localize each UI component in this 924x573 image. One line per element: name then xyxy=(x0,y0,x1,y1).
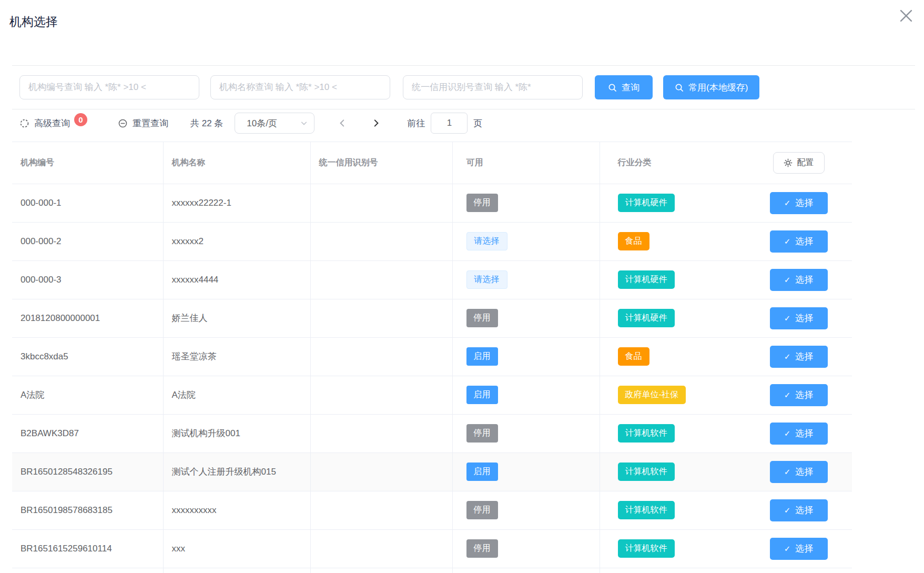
industry-tag: 计算机软件 xyxy=(618,501,675,519)
credit-id-cell xyxy=(310,299,452,337)
query-button-label: 查询 xyxy=(622,82,639,94)
table-row: 3kbcc8xda5 瑶圣堂凉茶 启用 食品 ✓ 选择 xyxy=(12,337,852,376)
next-page-button[interactable] xyxy=(371,118,381,128)
favorite-cache-button[interactable]: 常用(本地缓存) xyxy=(663,75,759,99)
available-cell: 启用 xyxy=(452,376,600,414)
search-icon xyxy=(608,83,617,92)
available-cell: 请选择 xyxy=(452,260,600,299)
industry-tag: 计算机软件 xyxy=(618,539,675,558)
close-button[interactable] xyxy=(896,5,917,26)
status-tag[interactable]: 停用 xyxy=(466,309,498,327)
available-cell: 停用 xyxy=(452,299,600,337)
action-cell: ✓ 选择 xyxy=(745,453,852,491)
select-button[interactable]: ✓ 选择 xyxy=(770,423,828,445)
select-button[interactable]: ✓ 选择 xyxy=(770,384,828,406)
select-button[interactable]: ✓ 选择 xyxy=(770,307,828,329)
goto-page-input[interactable] xyxy=(431,113,468,134)
status-tag[interactable]: 停用 xyxy=(466,424,498,443)
action-cell: ✓ 选择 xyxy=(745,299,852,337)
page-size-value: 10条/页 xyxy=(247,117,277,129)
status-tag[interactable]: 停用 xyxy=(466,194,498,212)
check-icon: ✓ xyxy=(784,314,791,323)
check-icon: ✓ xyxy=(784,198,791,208)
check-icon: ✓ xyxy=(784,429,791,438)
available-cell: 停用 xyxy=(452,491,600,529)
status-tag[interactable]: 请选择 xyxy=(466,232,507,250)
query-button[interactable]: 查询 xyxy=(595,75,653,99)
credit-id-cell xyxy=(310,260,452,299)
reset-query-label: 重置查询 xyxy=(133,117,168,129)
select-button-label: 选择 xyxy=(795,235,813,247)
credit-id-cell xyxy=(310,184,452,222)
toolbar: 高级查询 0 重置查询 共 22 条 10条/页 xyxy=(12,112,915,135)
industry-tag: 计算机硬件 xyxy=(618,194,675,212)
credit-id-cell xyxy=(310,337,452,376)
status-tag[interactable]: 启用 xyxy=(466,386,498,404)
industry-tag: 计算机软件 xyxy=(618,463,675,481)
org-name-cell: xxxxxxxxxx xyxy=(163,491,310,529)
status-tag[interactable]: 启用 xyxy=(466,463,498,481)
status-tag[interactable]: 启用 xyxy=(466,347,498,366)
credit-id-cell xyxy=(310,376,452,414)
chevron-right-icon xyxy=(371,118,381,128)
select-button[interactable]: ✓ 选择 xyxy=(770,192,828,214)
org-code-cell: A法院 xyxy=(12,376,163,414)
table-row: 2018120800000001 娇兰佳人 停用 计算机硬件 ✓ 选择 xyxy=(12,299,852,337)
page-unit-label: 页 xyxy=(473,117,482,129)
org-code-cell: B2BAWK3D87 xyxy=(12,414,163,453)
config-button[interactable]: 配置 xyxy=(773,152,825,174)
table-body: 000-000-1 xxxxxx22222-1 停用 计算机硬件 ✓ 选择 00… xyxy=(12,184,852,568)
status-tag[interactable]: 停用 xyxy=(466,501,498,519)
available-cell: 停用 xyxy=(452,414,600,453)
action-cell: ✓ 选择 xyxy=(745,184,852,222)
industry-tag: 食品 xyxy=(618,232,649,250)
status-tag[interactable]: 停用 xyxy=(466,539,498,558)
available-cell: 请选择 xyxy=(452,222,600,260)
header-industry: 行业分类 xyxy=(600,142,745,184)
industry-tag: 计算机软件 xyxy=(618,424,675,443)
select-button[interactable]: ✓ 选择 xyxy=(770,346,828,368)
select-button-label: 选择 xyxy=(795,504,813,516)
select-button[interactable]: ✓ 选择 xyxy=(770,461,828,483)
select-button-label: 选择 xyxy=(795,542,813,555)
goto-page-label: 前往 xyxy=(407,117,425,129)
table-header-row: 机构编号 机构名称 统一信用识别号 可用 行业分类 配置 xyxy=(12,142,852,184)
check-icon: ✓ xyxy=(784,352,791,361)
org-code-search-input[interactable] xyxy=(19,75,199,99)
action-cell: ✓ 选择 xyxy=(745,376,852,414)
table-row: B2BAWK3D87 测试机构升级001 停用 计算机软件 ✓ 选择 xyxy=(12,414,852,453)
org-name-cell: 测试个人注册升级机构015 xyxy=(163,453,310,491)
select-button[interactable]: ✓ 选择 xyxy=(770,538,828,560)
select-button-label: 选择 xyxy=(795,427,813,439)
header-org-name: 机构名称 xyxy=(163,142,310,184)
chevron-down-icon xyxy=(300,119,308,127)
credit-id-search-input[interactable] xyxy=(403,75,583,99)
select-button-label: 选择 xyxy=(795,274,813,286)
industry-cell: 计算机硬件 xyxy=(600,184,745,222)
industry-tag: 计算机硬件 xyxy=(618,270,675,289)
search-bar: 查询 常用(本地缓存) xyxy=(12,65,915,109)
check-icon: ✓ xyxy=(784,390,791,400)
partial-row xyxy=(12,568,852,573)
org-name-cell: 娇兰佳人 xyxy=(163,299,310,337)
status-tag[interactable]: 请选择 xyxy=(466,270,507,289)
org-code-cell: BR1650128548326195 xyxy=(12,453,163,491)
header-available: 可用 xyxy=(452,142,600,184)
org-name-cell: 测试机构升级001 xyxy=(163,414,310,453)
org-name-cell: xxx xyxy=(163,529,310,568)
org-name-search-input[interactable] xyxy=(210,75,390,99)
select-button[interactable]: ✓ 选择 xyxy=(770,230,828,253)
check-icon: ✓ xyxy=(784,237,791,246)
available-cell: 停用 xyxy=(452,184,600,222)
select-button[interactable]: ✓ 选择 xyxy=(770,269,828,291)
org-name-cell: 瑶圣堂凉茶 xyxy=(163,337,310,376)
prev-page-button[interactable] xyxy=(338,118,347,128)
reset-query-button[interactable]: 重置查询 xyxy=(118,117,168,129)
org-code-cell: 2018120800000001 xyxy=(12,299,163,337)
advanced-query-button[interactable]: 高级查询 xyxy=(19,117,70,129)
select-button[interactable]: ✓ 选择 xyxy=(770,499,828,521)
credit-id-cell xyxy=(310,491,452,529)
page-size-select[interactable]: 10条/页 xyxy=(235,113,314,134)
chevron-left-icon xyxy=(338,118,347,128)
page-title: 机构选择 xyxy=(9,14,58,30)
